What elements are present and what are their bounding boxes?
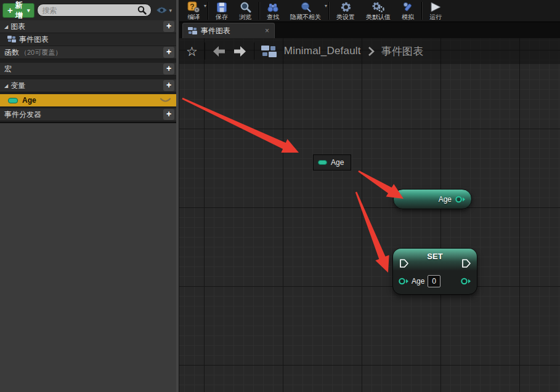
- breadcrumb-chevron-icon: [368, 46, 375, 57]
- visibility-filter-button[interactable]: ▾: [154, 6, 174, 14]
- toolbar-divider: [259, 2, 259, 20]
- document-tab-bar: 事件图表 ×: [179, 22, 560, 38]
- drag-chip-age[interactable]: Age: [313, 154, 351, 170]
- blueprint-graph-icon: [7, 36, 16, 43]
- class-settings-button[interactable]: 类设置: [331, 0, 360, 22]
- divider: [205, 42, 205, 60]
- add-macro-button[interactable]: +: [163, 63, 174, 74]
- variable-type-pill-icon: [8, 98, 18, 103]
- toolbar-divider: [421, 2, 422, 20]
- breadcrumb-root[interactable]: Minimal_Default: [284, 45, 361, 57]
- find-button[interactable]: 查找: [261, 0, 285, 22]
- exec-output-pin-icon[interactable]: [461, 258, 471, 268]
- save-icon: [216, 1, 227, 13]
- exec-input-pin-icon[interactable]: [399, 258, 409, 268]
- graph-header: ☆ Minimal_Default: [179, 38, 560, 64]
- close-icon[interactable]: ×: [265, 26, 269, 35]
- list-item-event-graph[interactable]: 事件图表: [0, 33, 176, 46]
- search-box[interactable]: [37, 4, 152, 17]
- panel-empty-area: [0, 122, 176, 392]
- compile-icon: ?: [187, 1, 200, 13]
- compile-label: 编译: [188, 13, 200, 21]
- section-header-graphs[interactable]: ◢ 图表 +: [0, 20, 176, 33]
- pin-label: Age: [412, 277, 424, 286]
- getter-label: Age: [439, 195, 452, 204]
- svg-text:?: ?: [190, 2, 194, 11]
- forward-arrow-icon[interactable]: [233, 45, 247, 58]
- my-blueprint-panel: + 新增 ▾ ▾ ◢ 图表 +: [0, 0, 176, 392]
- add-graph-button[interactable]: +: [163, 21, 174, 32]
- simulate-button[interactable]: 模拟: [396, 0, 420, 22]
- editor-main: ? 编译 ▾ 保存: [179, 0, 560, 392]
- panel-toolbar: + 新增 ▾ ▾: [0, 0, 176, 20]
- back-arrow-icon[interactable]: [212, 45, 226, 58]
- browse-button[interactable]: 浏览: [233, 0, 257, 22]
- toolbar-divider: [208, 2, 208, 20]
- output-value-pin-icon[interactable]: [461, 278, 471, 285]
- add-variable-button[interactable]: +: [163, 80, 174, 91]
- chevron-down-icon[interactable]: ▾: [325, 3, 327, 9]
- add-new-label: 新增: [15, 0, 25, 21]
- class-defaults-button[interactable]: 类默认值: [360, 0, 396, 22]
- simulate-label: 模拟: [402, 13, 414, 21]
- section-label: 函数: [4, 47, 19, 58]
- chevron-down-icon: ▾: [27, 7, 30, 14]
- search-icon: [137, 6, 147, 15]
- play-button[interactable]: 运行: [424, 0, 442, 22]
- search-input[interactable]: [42, 6, 137, 15]
- section-header-variables[interactable]: ◢ 变量 +: [0, 79, 176, 92]
- blueprint-graph-icon: [261, 45, 277, 58]
- eye-icon: [156, 6, 168, 14]
- find-label: 查找: [267, 13, 279, 21]
- blueprint-editor-window: + 新增 ▾ ▾ ◢ 图表 +: [0, 0, 560, 392]
- play-icon: [429, 1, 442, 13]
- section-label: 事件分发器: [4, 110, 41, 120]
- compile-button[interactable]: ? 编译 ▾: [182, 0, 206, 22]
- blueprint-graph-icon: [188, 27, 197, 35]
- favorite-star-icon[interactable]: ☆: [186, 45, 198, 58]
- gears-icon: [372, 1, 385, 13]
- node-set-age[interactable]: SET Age 0: [392, 248, 477, 295]
- tab-label: 事件图表: [201, 26, 230, 36]
- plus-icon: +: [7, 6, 13, 15]
- binoculars-icon: [267, 1, 279, 13]
- variable-row-age[interactable]: Age: [0, 94, 176, 107]
- add-dispatcher-button[interactable]: +: [163, 109, 174, 120]
- class-settings-label: 类设置: [336, 13, 355, 21]
- chevron-down-icon[interactable]: ▾: [204, 3, 206, 9]
- variable-label: Age: [22, 96, 36, 105]
- age-value-input[interactable]: 0: [428, 275, 440, 287]
- age-input-pin-icon[interactable]: [399, 278, 409, 285]
- event-graph-canvas[interactable]: ☆ Minimal_Default: [179, 38, 560, 392]
- chip-label: Age: [331, 158, 344, 167]
- save-label: 保存: [216, 13, 228, 21]
- section-header-functions[interactable]: 函数 （20可覆盖） +: [0, 46, 176, 59]
- add-new-button[interactable]: + 新增 ▾: [2, 3, 34, 18]
- gear-icon: [340, 1, 352, 13]
- breadcrumb-current[interactable]: 事件图表: [381, 44, 424, 58]
- browse-icon: [240, 1, 251, 13]
- class-defaults-label: 类默认值: [366, 13, 391, 21]
- tab-event-graph[interactable]: 事件图表 ×: [182, 23, 275, 38]
- section-header-event-dispatchers[interactable]: 事件分发器 +: [0, 108, 176, 121]
- hide-unrelated-button[interactable]: 隐藏不相关 ▾: [285, 0, 327, 22]
- simulate-icon: [402, 1, 414, 13]
- section-label: 变量: [10, 81, 25, 91]
- eye-closed-icon[interactable]: [160, 97, 171, 104]
- toolbar-divider: [328, 2, 329, 20]
- hide-unrelated-label: 隐藏不相关: [290, 13, 321, 21]
- section-label: 图表: [10, 22, 25, 32]
- add-function-button[interactable]: +: [163, 47, 174, 58]
- node-get-age[interactable]: Age: [393, 189, 472, 209]
- divider: [254, 42, 254, 60]
- save-button[interactable]: 保存: [210, 0, 233, 22]
- section-label: 宏: [4, 64, 12, 74]
- output-pin-icon[interactable]: [455, 196, 466, 203]
- list-item-label: 事件图表: [19, 34, 49, 45]
- hide-unrelated-icon: [300, 1, 312, 13]
- browse-label: 浏览: [239, 13, 251, 21]
- annotation-arrows: [179, 38, 560, 392]
- section-header-macros[interactable]: 宏 +: [0, 63, 176, 76]
- overridable-note: （20可覆盖）: [20, 48, 62, 57]
- collapse-triangle-icon: ◢: [4, 24, 8, 30]
